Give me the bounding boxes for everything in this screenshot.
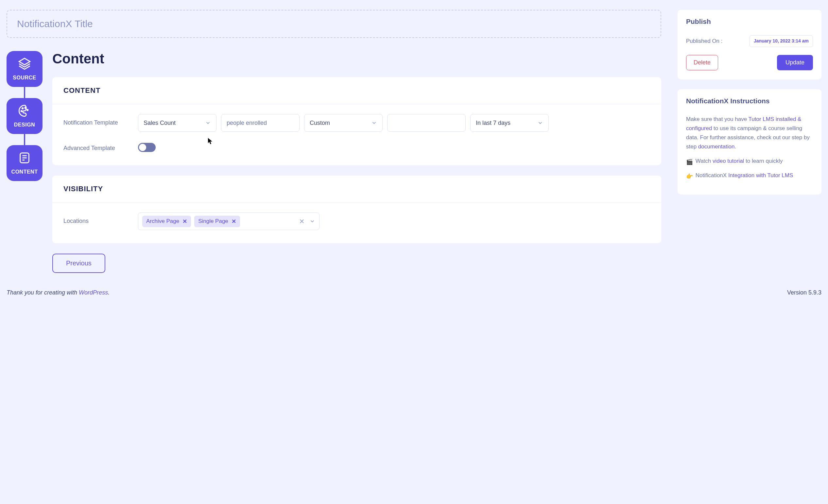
chevron-down-icon: [371, 120, 377, 126]
card-header: VISIBILITY: [52, 176, 661, 203]
publish-title: Publish: [686, 18, 813, 26]
integration-link[interactable]: Integration with Tutor LMS: [728, 172, 793, 178]
delete-button[interactable]: Delete: [686, 55, 718, 70]
template-input-2[interactable]: [387, 114, 466, 132]
page-title: Content: [52, 51, 661, 67]
location-tag: Single Page ✕: [194, 216, 240, 227]
step-label: CONTENT: [11, 169, 38, 175]
wordpress-link[interactable]: WordPress: [79, 289, 108, 296]
template-label: Notification Template: [64, 114, 132, 126]
step-source[interactable]: SOURCE: [6, 51, 43, 87]
pointing-icon: 👉: [686, 172, 693, 178]
instructions-p3: 👉 NotificationX Integration with Tutor L…: [686, 171, 813, 180]
toggle-knob: [139, 144, 146, 151]
layers-icon: [18, 57, 31, 72]
select-value: Sales Count: [143, 120, 176, 127]
update-button[interactable]: Update: [777, 55, 813, 70]
tag-text: Archive Page: [146, 218, 179, 225]
instructions-title: NotificationX Instructions: [686, 97, 813, 105]
template-input-1[interactable]: [221, 114, 299, 132]
tag-remove-icon[interactable]: ✕: [182, 218, 187, 225]
instructions-card: NotificationX Instructions Make sure tha…: [677, 89, 822, 194]
svg-point-2: [27, 109, 28, 110]
instructions-p2: 🎬 Watch video tutorial to learn quickly: [686, 156, 813, 166]
previous-button[interactable]: Previous: [52, 254, 105, 273]
title-input[interactable]: [6, 10, 661, 38]
svg-point-4: [21, 110, 22, 111]
video-tutorial-link[interactable]: video tutorial: [712, 158, 744, 164]
card-header: CONTENT: [52, 77, 661, 104]
step-label: SOURCE: [13, 75, 36, 81]
visibility-card: VISIBILITY Locations Archive Page ✕: [52, 176, 661, 243]
chevron-down-icon: [205, 120, 211, 126]
published-date[interactable]: January 10, 2022 3:14 am: [749, 35, 813, 47]
step-connector: [24, 87, 25, 98]
publish-card: Publish Published On : January 10, 2022 …: [677, 10, 822, 80]
chevron-down-icon: [537, 120, 543, 126]
clear-all-icon[interactable]: [299, 218, 305, 224]
svg-point-3: [22, 108, 23, 109]
select-value: Custom: [310, 120, 330, 127]
step-connector: [24, 134, 25, 145]
footer: Thank you for creating with WordPress. V…: [6, 279, 822, 296]
tag-text: Single Page: [198, 218, 228, 225]
locations-label: Locations: [64, 213, 132, 225]
chevron-down-icon[interactable]: [309, 218, 315, 224]
instructions-p1: Make sure that you have Tutor LMS instal…: [686, 115, 813, 151]
video-icon: 🎬: [686, 157, 693, 164]
location-tag: Archive Page ✕: [142, 216, 191, 227]
step-content[interactable]: CONTENT: [6, 145, 43, 181]
svg-marker-0: [19, 58, 30, 65]
advanced-toggle[interactable]: [138, 143, 156, 152]
select-value: In last 7 days: [476, 120, 510, 127]
footer-version: Version 5.9.3: [787, 289, 822, 296]
stepper: SOURCE DESIGN CONTENT: [6, 51, 43, 273]
step-design[interactable]: DESIGN: [6, 98, 43, 134]
template-select-2[interactable]: Custom: [304, 114, 383, 132]
published-on-label: Published On :: [686, 38, 723, 44]
template-select-1[interactable]: Sales Count: [138, 114, 216, 132]
documentation-link[interactable]: documentation: [698, 143, 735, 150]
template-select-3[interactable]: In last 7 days: [470, 114, 549, 132]
step-label: DESIGN: [14, 122, 35, 128]
footer-thanks: Thank you for creating with WordPress.: [6, 289, 110, 296]
advanced-label: Advanced Template: [64, 140, 132, 152]
content-card: CONTENT Notification Template Sales Coun…: [52, 77, 661, 165]
tag-remove-icon[interactable]: ✕: [232, 218, 236, 225]
document-icon: [18, 151, 31, 166]
locations-multiselect[interactable]: Archive Page ✕ Single Page ✕: [138, 213, 320, 230]
palette-icon: [18, 104, 31, 119]
